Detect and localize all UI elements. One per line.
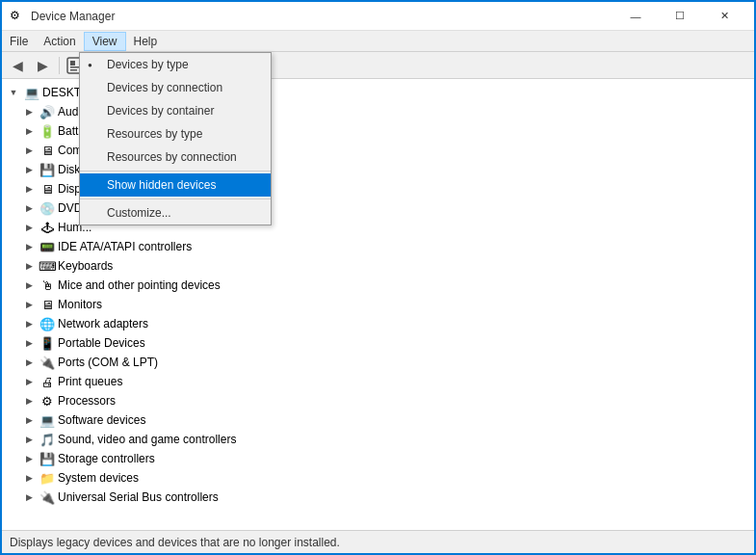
- menu-file[interactable]: File: [2, 33, 36, 50]
- menu-resources-by-connection[interactable]: Resources by connection: [80, 145, 271, 169]
- icon-ports: 🔌: [39, 355, 55, 370]
- tree-item-mice[interactable]: ▶ 🖱 Mice and other pointing devices: [2, 276, 754, 295]
- menu-devices-by-connection[interactable]: Devices by connection: [80, 76, 271, 99]
- expander-print[interactable]: ▶: [21, 374, 37, 389]
- label-network: Network adapters: [58, 317, 148, 330]
- icon-keyboards: ⌨: [39, 258, 55, 274]
- icon-dvd: 💿: [39, 200, 55, 216]
- icon-system-devices: 📁: [39, 470, 55, 486]
- expander-software-devices[interactable]: ▶: [21, 412, 37, 428]
- title-bar-controls: — ☐ ✕: [613, 7, 746, 26]
- tree-item-usb[interactable]: ▶ 🔌 Universal Serial Bus controllers: [2, 488, 754, 507]
- expander-processors[interactable]: ▶: [21, 393, 37, 409]
- label-ide-controllers: IDE ATA/ATAPI controllers: [58, 240, 192, 253]
- tree-item-ide-controllers[interactable]: ▶ 📟 IDE ATA/ATAPI controllers: [2, 237, 754, 256]
- tree-item-processors[interactable]: ▶ ⚙ Processors: [2, 391, 754, 410]
- expander-portable[interactable]: ▶: [21, 335, 37, 351]
- close-button[interactable]: ✕: [702, 7, 746, 26]
- tree-item-portable[interactable]: ▶ 📱 Portable Devices: [2, 333, 754, 353]
- toolbar-separator-1: [59, 57, 60, 74]
- menu-show-hidden-devices[interactable]: Show hidden devices: [80, 173, 271, 197]
- expander-mice[interactable]: ▶: [21, 278, 37, 293]
- icon-desktop: 💻: [24, 85, 39, 100]
- menu-action[interactable]: Action: [36, 33, 83, 50]
- label-processors: Processors: [58, 394, 116, 408]
- icon-ide-controllers: 📟: [39, 239, 55, 254]
- svg-rect-1: [70, 61, 75, 66]
- icon-disk-drives: 💾: [39, 162, 55, 177]
- icon-storage: 💾: [39, 451, 55, 466]
- icon-portable: 📱: [39, 335, 55, 351]
- label-ports: Ports (COM & LPT): [58, 356, 158, 369]
- label-keyboards: Keyboards: [58, 259, 113, 273]
- label-print: Print queues: [58, 375, 122, 388]
- icon-print: 🖨: [39, 374, 55, 389]
- tree-item-storage[interactable]: ▶ 💾 Storage controllers: [2, 449, 754, 468]
- tree-item-print[interactable]: ▶ 🖨 Print queues: [2, 372, 754, 391]
- tree-item-network[interactable]: ▶ 🌐 Network adapters: [2, 314, 754, 333]
- expander-dvd[interactable]: ▶: [21, 200, 37, 216]
- toolbar-back-button[interactable]: ◀: [6, 55, 29, 76]
- icon-software-devices: 💻: [39, 412, 55, 428]
- expander-ports[interactable]: ▶: [21, 355, 37, 370]
- icon-audio: 🔊: [39, 104, 55, 119]
- status-text: Displays legacy devices and devices that…: [10, 536, 340, 549]
- label-software-devices: Software devices: [58, 413, 145, 427]
- expander-desktop[interactable]: ▼: [6, 85, 21, 100]
- label-mice: Mice and other pointing devices: [58, 278, 221, 292]
- icon-human-interface: 🕹: [39, 220, 55, 235]
- tree-item-system-devices[interactable]: ▶ 📁 System devices: [2, 468, 754, 488]
- tree-item-keyboards[interactable]: ▶ ⌨ Keyboards: [2, 256, 754, 276]
- dropdown-separator-1: [80, 171, 271, 172]
- maximize-button[interactable]: ☐: [658, 7, 702, 26]
- expander-human-interface[interactable]: ▶: [21, 220, 37, 235]
- tree-item-ports[interactable]: ▶ 🔌 Ports (COM & LPT): [2, 353, 754, 372]
- icon-usb: 🔌: [39, 489, 55, 505]
- expander-ide-controllers[interactable]: ▶: [21, 239, 37, 254]
- icon-batteries: 🔋: [39, 123, 55, 139]
- title-bar-left: ⚙ Device Manager: [10, 9, 115, 24]
- icon-display: 🖥: [39, 181, 55, 197]
- expander-batteries[interactable]: ▶: [21, 123, 37, 139]
- label-usb: Universal Serial Bus controllers: [58, 490, 219, 504]
- expander-com-ports[interactable]: ▶: [21, 143, 37, 158]
- status-bar: Displays legacy devices and devices that…: [2, 530, 754, 553]
- expander-system-devices[interactable]: ▶: [21, 470, 37, 486]
- toolbar-forward-button[interactable]: ▶: [31, 55, 54, 76]
- tree-item-software-devices[interactable]: ▶ 💻 Software devices: [2, 410, 754, 430]
- title-bar: ⚙ Device Manager — ☐ ✕: [2, 2, 754, 31]
- device-manager-window: ⚙ Device Manager — ☐ ✕ File Action View …: [0, 0, 756, 555]
- label-portable: Portable Devices: [58, 336, 145, 350]
- expander-storage[interactable]: ▶: [21, 451, 37, 466]
- menu-resources-by-type[interactable]: Resources by type: [80, 122, 271, 145]
- window-title: Device Manager: [31, 10, 115, 23]
- expander-audio[interactable]: ▶: [21, 104, 37, 119]
- label-storage: Storage controllers: [58, 452, 155, 465]
- label-sound: Sound, video and game controllers: [58, 433, 236, 446]
- icon-mice: 🖱: [39, 278, 55, 293]
- expander-sound[interactable]: ▶: [21, 432, 37, 447]
- app-icon: ⚙: [10, 9, 25, 24]
- icon-monitors: 🖥: [39, 297, 55, 312]
- menu-bar: File Action View Help Devices by type De…: [2, 31, 754, 52]
- icon-com-ports: 🖥: [39, 143, 55, 158]
- tree-item-sound[interactable]: ▶ 🎵 Sound, video and game controllers: [2, 430, 754, 449]
- minimize-button[interactable]: —: [613, 7, 658, 26]
- view-dropdown-menu: Devices by type Devices by connection De…: [79, 52, 272, 225]
- expander-network[interactable]: ▶: [21, 316, 37, 331]
- menu-help[interactable]: Help: [126, 33, 166, 50]
- expander-display[interactable]: ▶: [21, 181, 37, 197]
- icon-sound: 🎵: [39, 432, 55, 447]
- dropdown-separator-2: [80, 198, 271, 199]
- expander-keyboards[interactable]: ▶: [21, 258, 37, 274]
- menu-devices-by-container[interactable]: Devices by container: [80, 99, 271, 122]
- svg-rect-3: [70, 69, 77, 71]
- label-system-devices: System devices: [58, 471, 139, 485]
- tree-item-monitors[interactable]: ▶ 🖥 Monitors: [2, 295, 754, 314]
- menu-devices-by-type[interactable]: Devices by type: [80, 53, 271, 76]
- menu-customize[interactable]: Customize...: [80, 201, 271, 225]
- menu-view[interactable]: View: [84, 32, 126, 51]
- expander-monitors[interactable]: ▶: [21, 297, 37, 312]
- expander-usb[interactable]: ▶: [21, 489, 37, 505]
- expander-disk-drives[interactable]: ▶: [21, 162, 37, 177]
